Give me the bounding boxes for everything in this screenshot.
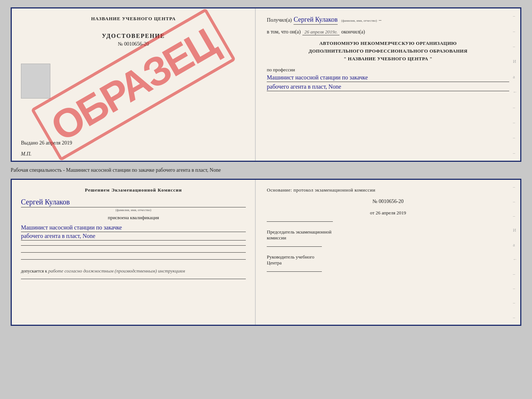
predsedatel-block: Председатель экзаменационной комиссии — [267, 229, 509, 247]
right-dashes: –––Иа←–––– — [513, 8, 517, 161]
fio-hint-top: (фамилия, имя, отчество) — [341, 19, 377, 22]
predsedatel-line1: Председатель экзаменационной — [267, 229, 509, 235]
middle-label: Рабочая специальность - Машинист насосно… — [11, 165, 521, 175]
dopusk-prefix: допускается к — [21, 268, 47, 274]
poluchil-line: Получил(а) Сергей Кулаков (фамилия, имя,… — [267, 16, 509, 25]
poluchil-name: Сергей Кулаков — [294, 16, 338, 25]
bottom-right-panel: Основание: протокол экзаменационной коми… — [256, 180, 520, 325]
avto-line1: АВТОНОМНУЮ НЕКОММЕРЧЕСКУЮ ОРГАНИЗАЦИЮ — [267, 40, 509, 47]
separator-line-3 — [21, 259, 246, 260]
profession-line1: Машинист насосной станции по закачке — [267, 74, 509, 82]
bottom-name: Сергей Кулаков — [21, 198, 246, 207]
poluchil-prefix: Получил(а) — [267, 17, 292, 23]
predsedatel-line2: комиссии — [267, 235, 509, 241]
avto-line3: " НАЗВАНИЕ УЧЕБНОГО ЦЕНТРА " — [267, 55, 509, 63]
po-professii-label: по профессии — [267, 67, 509, 73]
osnovanie-title: Основание: протокол экзаменационной коми… — [267, 187, 509, 193]
top-left-panel: НАЗВАНИЕ УЧЕБНОГО ЦЕНТРА ОБРАЗЕЦ УДОСТОВ… — [12, 8, 256, 161]
qual-line2: рабочего агента в пласт, None — [21, 233, 246, 241]
rukovoditel-block: Руководитель учебного Центра — [267, 254, 509, 272]
okoncil-text: окончил(а) — [341, 29, 365, 35]
qual-block: Машинист насосной станции по закачке раб… — [21, 224, 246, 241]
prisvoena-text: присвоена квалификация — [21, 215, 246, 221]
ot-date: 26 апреля 2019 — [375, 210, 406, 215]
middle-label-text: Рабочая специальность - Машинист насосно… — [11, 167, 221, 173]
reshenie-title: Решением экзаменационной комиссии — [21, 187, 246, 193]
bottom-fio-hint: (фамилия, имя, отчество) — [21, 208, 246, 212]
rukovoditel-line1: Руководитель учебного — [267, 254, 509, 260]
avto-line2: ДОПОЛНИТЕЛЬНОГО ПРОФЕССИОНАЛЬНОГО ОБРАЗО… — [267, 47, 509, 55]
bottom-left-panel: Решением экзаменационной комиссии Сергей… — [12, 180, 256, 325]
vtom-prefix: в том, что он(а) — [267, 29, 301, 35]
dash-separator: – — [379, 17, 381, 23]
dopusk-text: работе согласно должностным (производств… — [48, 268, 185, 274]
vtom-line: в том, что он(а) 26 апреля 2019г. окончи… — [267, 29, 509, 35]
dopuskaetsya-block: допускается к работе согласно должностны… — [21, 268, 246, 274]
rukovoditel-line2: Центра — [267, 260, 509, 266]
rukovoditel-sign-line — [267, 271, 322, 272]
top-right-panel: Получил(а) Сергей Кулаков (фамилия, имя,… — [256, 8, 520, 161]
avto-block: АВТОНОМНУЮ НЕКОММЕРЧЕСКУЮ ОРГАНИЗАЦИЮ ДО… — [267, 40, 509, 63]
page-container: НАЗВАНИЕ УЧЕБНОГО ЦЕНТРА ОБРАЗЕЦ УДОСТОВ… — [7, 7, 525, 326]
protokol-date: от 26 апреля 2019 — [267, 210, 509, 216]
profession-line2: рабочего агента в пласт, None — [267, 83, 509, 91]
obrazec-stamp: ОБРАЗЕЦ — [31, 8, 236, 161]
bottom-name-block: Сергей Кулаков (фамилия, имя, отчество) — [21, 198, 246, 212]
photo-placeholder — [21, 64, 50, 99]
predsedatel-sign-line — [267, 246, 322, 247]
separator-line-1 — [21, 245, 246, 246]
protokol-number: № 0010656-20 — [267, 199, 509, 204]
po-professii-block: по профессии Машинист насосной станции п… — [267, 67, 509, 91]
nomer-line: № 0010656-20 — [102, 41, 165, 47]
top-center-title: НАЗВАНИЕ УЧЕБНОГО ЦЕНТРА — [91, 16, 176, 22]
separator-line-2 — [21, 252, 246, 253]
qual-line1: Машинист насосной станции по закачке — [21, 224, 246, 232]
ot-label: от — [370, 210, 374, 215]
udostoverenie-title: УДОСТОВЕРЕНИЕ — [102, 33, 165, 39]
top-document: НАЗВАНИЕ УЧЕБНОГО ЦЕНТРА ОБРАЗЕЦ УДОСТОВ… — [11, 7, 521, 162]
udostoverenie-block: УДОСТОВЕРЕНИЕ № 0010656-20 — [102, 33, 165, 47]
date-underline — [267, 221, 333, 222]
right-dashes-bottom: –––Иа←–––– — [513, 180, 517, 325]
separator-line-4 — [21, 279, 246, 279]
bottom-document: Решением экзаменационной комиссии Сергей… — [11, 179, 521, 326]
mp-line: М.П. — [21, 151, 32, 157]
vydano-line: Выдано 26 апреля 2019 — [21, 140, 72, 146]
vtom-date: 26 апреля 2019г. — [302, 29, 339, 35]
